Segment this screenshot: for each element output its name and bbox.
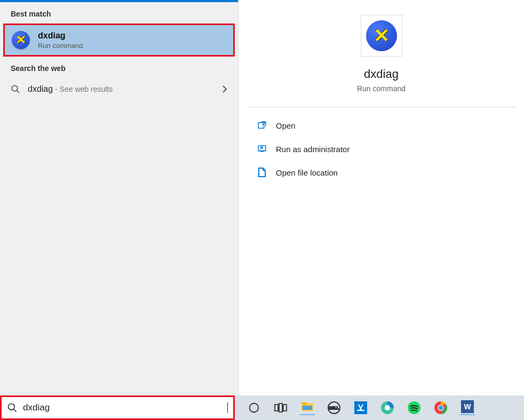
result-subtitle: Run command (38, 42, 83, 50)
result-text: dxdiag Run command (38, 31, 83, 50)
taskbar: DELL W (0, 395, 524, 420)
preview-panel: ✕ dxdiag Run command Open Run as adminis… (238, 0, 524, 395)
app-store-icon[interactable] (353, 400, 368, 415)
best-match-header: Best match (0, 2, 238, 23)
result-title: dxdiag (38, 31, 83, 41)
svg-line-6 (14, 409, 17, 412)
task-view-icon[interactable] (273, 400, 288, 415)
svg-text:W: W (464, 402, 471, 411)
hero-icon: ✕ (361, 15, 402, 57)
svg-rect-2 (258, 123, 264, 129)
action-open-location[interactable]: Open file location (255, 162, 508, 183)
svg-point-7 (250, 403, 259, 413)
action-label: Open file location (276, 168, 338, 177)
action-label: Run as administrator (276, 145, 350, 154)
svg-rect-10 (283, 405, 287, 411)
dxdiag-icon: ✕ (11, 30, 30, 50)
web-result-title: dxdiag (28, 84, 53, 93)
svg-rect-12 (301, 402, 307, 405)
svg-rect-8 (275, 405, 278, 411)
file-explorer-icon[interactable] (300, 400, 315, 415)
folder-location-icon (257, 167, 267, 178)
hero-title: dxdiag (364, 67, 399, 81)
chrome-icon[interactable] (433, 400, 448, 415)
chevron-right-icon (222, 85, 227, 93)
actions-list: Open Run as administrator Open file loca… (239, 107, 524, 191)
search-icon (11, 84, 20, 94)
dell-icon[interactable]: DELL (327, 400, 342, 415)
action-label: Open (276, 121, 296, 130)
svg-line-1 (17, 90, 19, 93)
svg-point-18 (385, 405, 390, 410)
svg-rect-13 (303, 406, 312, 410)
best-match-result[interactable]: ✕ dxdiag Run command (3, 23, 235, 57)
taskbar-searchbox[interactable] (0, 395, 235, 420)
spotify-icon[interactable] (407, 400, 422, 415)
svg-point-5 (9, 404, 15, 410)
action-open[interactable]: Open (255, 115, 508, 136)
web-result-subtitle: - See web results (53, 85, 113, 93)
svg-point-22 (439, 406, 443, 410)
taskbar-apps: DELL W (247, 400, 475, 415)
svg-point-0 (12, 85, 18, 91)
search-web-header: Search the web (0, 57, 238, 78)
search-results-panel: Best match ✕ dxdiag Run command Search t… (0, 0, 238, 395)
search-input[interactable] (23, 402, 228, 413)
action-run-admin[interactable]: Run as administrator (255, 138, 508, 160)
word-icon[interactable]: W (460, 400, 475, 415)
edge-icon[interactable] (380, 400, 395, 415)
svg-rect-9 (279, 403, 282, 412)
hero-section: ✕ dxdiag Run command (247, 15, 515, 107)
svg-text:DELL: DELL (329, 406, 339, 410)
admin-shield-icon (257, 144, 267, 154)
cortana-icon[interactable] (247, 400, 261, 415)
web-result-item[interactable]: dxdiag - See web results (0, 78, 238, 100)
search-icon (7, 402, 18, 413)
hero-subtitle: Run command (357, 84, 406, 93)
open-icon (257, 120, 267, 131)
